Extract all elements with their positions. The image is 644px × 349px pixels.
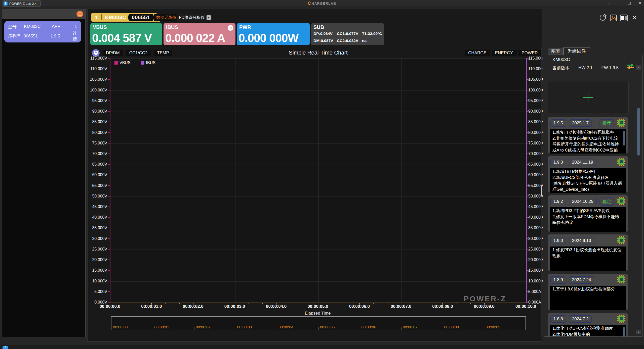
y-axis-label-left: 80.000V bbox=[86, 130, 107, 135]
x-tick bbox=[151, 303, 152, 305]
firmware-chip-icon[interactable] bbox=[617, 314, 626, 324]
timeline-tick bbox=[484, 327, 484, 330]
scroll-down-icon[interactable]: ▼ bbox=[636, 330, 641, 334]
timeline-cell[interactable]: 00:00:05 bbox=[318, 317, 360, 330]
vbus-meter[interactable]: VBUS 0.004 587 V bbox=[90, 23, 162, 45]
firmware-dropzone[interactable] bbox=[548, 81, 629, 114]
grid-line bbox=[152, 59, 152, 303]
firmware-date-button[interactable]: 2024.11.19 bbox=[569, 159, 596, 166]
y-tick bbox=[108, 143, 110, 143]
firmware-card[interactable]: 1.8.82024.7.21,优化自动UFCS协议检测准确度 2,优化PDM模块… bbox=[548, 313, 628, 337]
y-tick bbox=[526, 228, 529, 228]
timeline-cell[interactable]: 00:00:09 bbox=[484, 317, 526, 330]
firmware-date-button[interactable]: 2024.7.24 bbox=[569, 276, 594, 284]
hide-icon[interactable]: ⌄ bbox=[607, 1, 610, 5]
firmware-chip-icon[interactable] bbox=[617, 197, 626, 206]
panel-splitter[interactable] bbox=[541, 47, 542, 337]
current-direction-icon[interactable]: ➜ bbox=[228, 25, 233, 31]
screenshot-image-icon[interactable] bbox=[610, 15, 617, 21]
maximize-icon[interactable]: ▢ bbox=[628, 1, 631, 5]
timeline-cell[interactable]: 00:00:02 bbox=[194, 317, 236, 330]
chart-tab-dp-dm[interactable]: DP/DM bbox=[103, 50, 123, 56]
firmware-version-button[interactable]: 1.9.0 bbox=[550, 237, 566, 244]
timeline-cell[interactable]: 00:00:07 bbox=[401, 317, 443, 330]
firmware-card[interactable]: 1.9.52025.1.7推荐1,修复自动检测协议时有死机概率 2,非完美修复启… bbox=[548, 117, 628, 154]
firmware-chip-icon[interactable] bbox=[617, 158, 626, 167]
splitter-grip[interactable] bbox=[541, 185, 542, 196]
device-list-icon[interactable] bbox=[76, 11, 83, 17]
firmware-version-button[interactable]: 1.9.3 bbox=[550, 159, 566, 166]
firmware-scrollbar[interactable]: ▲ ▼ bbox=[636, 65, 641, 334]
y-axis-label-left: 85.000V bbox=[86, 119, 107, 124]
y-axis-label-left: 105.000V bbox=[86, 77, 107, 82]
sub-value: T1:32.09°C bbox=[362, 31, 382, 36]
firmware-date-button[interactable]: 2024.10.25 bbox=[569, 198, 597, 205]
firmware-chip-icon[interactable] bbox=[617, 236, 626, 245]
timeline-tick bbox=[360, 327, 360, 330]
firmware-version-button[interactable]: 1.9.5 bbox=[550, 119, 566, 127]
timeline-cell[interactable]: 00:00:08 bbox=[443, 317, 484, 330]
firmware-date-button[interactable]: 2024.9.13 bbox=[569, 237, 594, 244]
grid-line bbox=[360, 59, 360, 303]
changelog-scroll-thumb[interactable] bbox=[623, 327, 625, 337]
vbus-value: 0.004 587 V bbox=[92, 31, 152, 45]
device-card[interactable]: 型号KM003CAPP1序列号0065511.9.5连接 bbox=[4, 21, 81, 42]
chart-tab-cc1-cc2[interactable]: CC1/CC2 bbox=[126, 50, 151, 56]
ibus-label: IBUS bbox=[166, 24, 178, 30]
timeline-cell[interactable]: 00:00:01 bbox=[153, 317, 194, 330]
chart-tab-energy[interactable]: ENERGY bbox=[492, 50, 516, 56]
firmware-chip-icon[interactable] bbox=[617, 275, 626, 285]
timeline-scrubber[interactable]: 00:00:0000:00:0100:00:0200:00:0300:00:04… bbox=[111, 316, 526, 330]
device-list-header bbox=[2, 9, 85, 19]
scrollbar-thumb[interactable] bbox=[637, 108, 640, 156]
layout-panels-icon[interactable] bbox=[620, 15, 628, 21]
separator bbox=[574, 65, 574, 71]
timeline-cell[interactable]: 00:00:03 bbox=[236, 317, 277, 330]
changelog-scroll-thumb[interactable] bbox=[623, 131, 625, 145]
chart-tab-charge[interactable]: CHARGE bbox=[465, 50, 490, 56]
pd-analyzer-button[interactable]: PD协议分析仪 ▼ bbox=[177, 14, 212, 21]
firmware-card[interactable]: 1.9.32024.11.191,新增TBT5数据线识别 2,新增UFCS部分私… bbox=[548, 156, 628, 193]
data-logger-button[interactable]: 数据记录仪 bbox=[154, 14, 179, 21]
y-axis-label-right: 5.000A bbox=[528, 289, 541, 294]
timeline-tick bbox=[153, 327, 153, 330]
firmware-changelog: 1,新增PD3.2中的SPR AVS协议 2,修复上一版本PDM命令模块不能诱 … bbox=[550, 207, 626, 232]
connect-plug-icon[interactable] bbox=[599, 14, 607, 22]
firmware-transfer-icon[interactable] bbox=[626, 63, 635, 72]
firmware-version-button[interactable]: 1.8.8 bbox=[550, 315, 566, 323]
chart-tab-temp[interactable]: TEMP bbox=[154, 50, 172, 56]
legend-vbus: VBUS bbox=[114, 61, 131, 65]
chart-tab-power[interactable]: POWER bbox=[518, 50, 541, 56]
panel-close-icon[interactable]: ✕ bbox=[632, 15, 637, 21]
firmware-card[interactable]: 1.9.02024.9.131.修复PD3.1协议长测会出现死机复位 现象 bbox=[548, 234, 628, 271]
timeline-cell[interactable]: 00:00:00 bbox=[111, 317, 153, 330]
chevron-down-icon[interactable]: ▼ bbox=[207, 15, 211, 20]
firmware-chip-icon[interactable] bbox=[617, 118, 626, 128]
close-icon[interactable]: ✕ bbox=[638, 1, 641, 5]
timeline-cell[interactable]: 00:00:04 bbox=[277, 317, 318, 330]
tab-charts[interactable]: 图表 bbox=[548, 48, 564, 55]
scroll-up-icon[interactable]: ▲ bbox=[636, 65, 641, 70]
firmware-version-button[interactable]: 1.8.9 bbox=[550, 276, 566, 284]
chart-plot-area[interactable] bbox=[110, 58, 527, 303]
firmware-version-button[interactable]: 1.9.2 bbox=[550, 198, 566, 205]
device-row[interactable]: 序列号0065511.9.5连接 bbox=[4, 33, 81, 39]
taskbar-app-icon[interactable]: Z bbox=[3, 346, 8, 349]
session-tab[interactable]: 1 KM003C 006551 bbox=[91, 13, 160, 22]
device-row[interactable]: 型号KM003CAPP1 bbox=[4, 23, 81, 30]
app-title-tab[interactable]: Z POWER-Z Lab 2.4 bbox=[2, 1, 41, 7]
timeline-cell[interactable]: 00:00:06 bbox=[360, 317, 401, 330]
firmware-card-header: 1.9.02024.9.13 bbox=[550, 236, 626, 245]
sub-meter[interactable]: SUB DP:0.084VCC1:0.077VT1:32.09°C DM:0.0… bbox=[311, 23, 384, 45]
firmware-date-button[interactable]: 2025.1.7 bbox=[569, 119, 592, 127]
y-axis-label-left: 15.000V bbox=[86, 268, 107, 273]
timeline-tick bbox=[194, 327, 194, 330]
firmware-card[interactable]: 1.8.92024.7.241,基于1.8.8优化协议自动检测部分 bbox=[548, 274, 628, 310]
pwr-meter[interactable]: PWR 0.000 000W bbox=[237, 23, 310, 45]
tab-firmware-upgrade[interactable]: 升级固件 bbox=[564, 47, 590, 55]
y-tick bbox=[108, 164, 110, 165]
firmware-date-button[interactable]: 2024.7.2 bbox=[569, 315, 592, 323]
firmware-card[interactable]: 1.9.22024.10.25稳定1,新增PD3.2中的SPR AVS协议 2,… bbox=[548, 195, 628, 232]
ibus-meter[interactable]: IBUS ➜ 0.000 022 A bbox=[164, 23, 235, 45]
minimize-icon[interactable]: ─ bbox=[618, 1, 620, 5]
